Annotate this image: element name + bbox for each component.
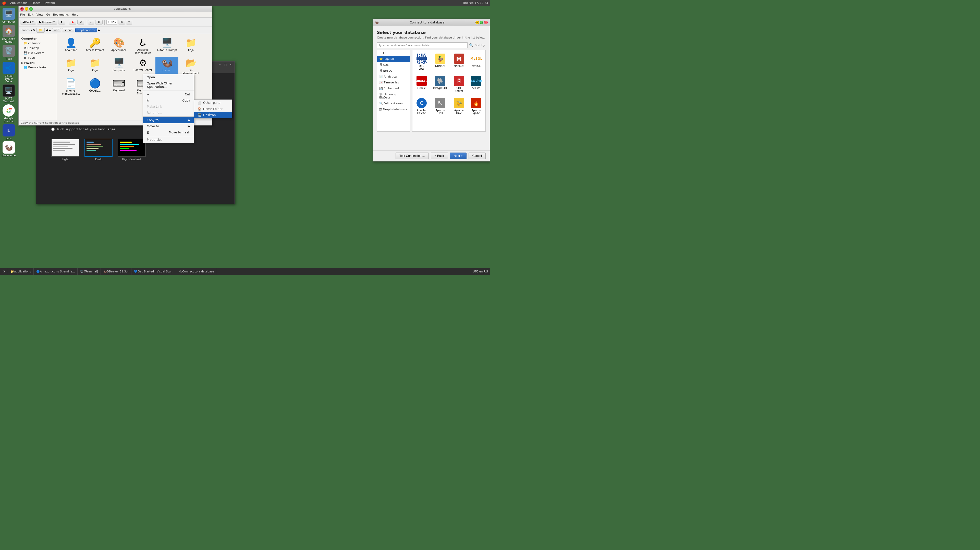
menu-go[interactable]: Go [46, 13, 50, 16]
computer-button[interactable]: 🖥 [95, 20, 103, 24]
forward-button[interactable]: ▶ Forward ▾ [37, 20, 57, 24]
file-caja2[interactable]: 📁 Caja [59, 57, 83, 76]
sidebar-item-terminal[interactable]: 🖥️ MATE Terminal [2, 84, 16, 103]
file-controlcenter[interactable]: ⚙️ Control Center [131, 57, 154, 76]
menu-view[interactable]: View [37, 13, 43, 16]
submenu-homefolder[interactable]: 🏠 Home Folder [194, 106, 232, 112]
back-button[interactable]: ◀ Back ▾ [20, 20, 36, 24]
file-appearance[interactable]: 🎨 Appearance [107, 37, 130, 56]
sidebar-item-chrome[interactable]: Google Chrome [2, 104, 16, 123]
db-mysql[interactable]: MySQL MySQL [469, 52, 484, 72]
file-google[interactable]: 🔵 Google... [83, 77, 107, 97]
submenu-otherpane[interactable]: ⬜ Other pane [194, 100, 232, 106]
filemanager-min-btn[interactable]: − [25, 7, 28, 11]
new-folder-btn[interactable]: 📁 [37, 28, 45, 33]
sidebar-item-dbeaver[interactable]: 🦦 dbeaver.ce [2, 141, 16, 157]
up-button[interactable]: ⬆ [58, 20, 65, 24]
db-ignite[interactable]: 🔥 Apache Ignite [469, 96, 484, 116]
db-hive[interactable]: 🐝 Apache Hive [452, 96, 467, 116]
file-caja3[interactable]: 📁 Caja [83, 57, 107, 76]
dbeaver-dialog-close[interactable]: ✕ [484, 21, 488, 24]
file-aboutme[interactable]: 👤 About Me [59, 37, 83, 56]
places-dropdown[interactable]: ▾ [30, 29, 32, 32]
ctx-copyto[interactable]: Copy to▶ [143, 117, 194, 123]
cat-popular[interactable]: ⭐ Popular [377, 56, 410, 62]
file-dbeaver[interactable]: 🦦 dbeav... [156, 57, 178, 76]
db-db2[interactable]: IBMDB2 DB2 LUW [414, 52, 429, 72]
sidebar-trash[interactable]: 🗑 Trash [19, 56, 57, 60]
vscode-winbtn2[interactable]: □ [223, 63, 228, 66]
vscode-winbtn1[interactable]: − [218, 63, 222, 66]
ctx-open[interactable]: Open [143, 74, 194, 80]
cat-timeseries[interactable]: 📈 Timeseries [377, 79, 410, 86]
menu-edit[interactable]: Edit [28, 13, 33, 16]
path-close[interactable]: ✕ [33, 29, 35, 32]
sidebar-item-vscode[interactable]: Visual Studio Code [2, 62, 16, 83]
ctx-openwith[interactable]: Open With Other Application... [143, 80, 194, 90]
cat-hadoop[interactable]: 🐘 Hadoop / BigData [377, 91, 410, 100]
sidebar-filesystem[interactable]: 💾 File System [19, 51, 57, 56]
ctx-moveto[interactable]: Move to▶ [143, 123, 194, 129]
test-connection-btn[interactable]: Test Connection ... [396, 153, 428, 159]
theme-dark[interactable]: Dark [84, 139, 113, 161]
dbeaver-dialog-max[interactable]: □ [480, 21, 484, 24]
db-sqlite[interactable]: SQLite SQLite [469, 74, 484, 94]
path-usr[interactable]: usr [52, 28, 61, 32]
sidebar-item-trash[interactable]: 🗑️ Trash [2, 45, 16, 60]
db-drill[interactable]: ⛏ Apache Drill [431, 96, 449, 116]
file-assistive[interactable]: ♿ Assistive Technologies [131, 37, 154, 56]
menu-help[interactable]: Help [72, 13, 78, 16]
ctx-cut[interactable]: ✂Cut [143, 91, 194, 97]
vscode-winbtn3[interactable]: ✕ [229, 63, 233, 66]
file-filemanagement[interactable]: 📂 File Management [180, 57, 202, 76]
cat-fulltext[interactable]: 🔍 Full-text search [377, 100, 410, 107]
path-share[interactable]: share [62, 28, 75, 32]
filemanager-close-btn[interactable]: ✕ [20, 7, 24, 11]
taskbar-chrome[interactable]: 🔵 Amazon.com: Spend le... [34, 268, 78, 275]
db-duckdb[interactable]: 🦆 DuckDB [431, 52, 449, 72]
option-languages-radio[interactable] [51, 127, 55, 131]
theme-hc[interactable]: High Contrast [118, 139, 146, 161]
file-keyboard[interactable]: ⌨️ Keyboard [107, 77, 130, 97]
taskbar-filemanager[interactable]: 📁 applications [8, 268, 34, 275]
ctx-copy[interactable]: ⎘Copy [143, 97, 194, 103]
file-caja1[interactable]: 📁 Caja [180, 37, 202, 56]
db-mariadb[interactable]: M MariaDB [452, 52, 467, 72]
path-prev[interactable]: ◀ [46, 29, 48, 32]
sidebar-item-home[interactable]: 🏠 ec2-user's Home [2, 25, 16, 43]
dbeaver-search-input[interactable] [377, 42, 468, 48]
taskbar-dbeaver[interactable]: 🦦 DBeaver 21.3.4 [101, 268, 132, 275]
db-oracle[interactable]: ORACLE Oracle [414, 74, 429, 94]
path-applications[interactable]: applications [75, 28, 97, 32]
file-autorun[interactable]: 🖥️ Autorun Prompt [156, 37, 178, 56]
cat-graph[interactable]: 🕸 Graph databases [377, 107, 410, 112]
sidebar-item-lens[interactable]: L Lens [2, 124, 16, 140]
db-sqlserver[interactable]: 🗄 SQL Server [452, 74, 467, 94]
cat-analytical[interactable]: 📊 Analytical [377, 74, 410, 79]
filemanager-max-btn[interactable]: + [29, 7, 33, 11]
cat-all[interactable]: ☰ All [377, 50, 410, 56]
next-btn[interactable]: Next > [450, 153, 466, 159]
menu-bookmarks[interactable]: Bookmarks [53, 13, 68, 16]
layout-toggle[interactable]: ▾ [126, 20, 132, 24]
theme-light[interactable]: Light [51, 139, 80, 161]
topbar-system[interactable]: System [42, 1, 57, 5]
home-dir-button[interactable]: ⌂ [88, 20, 94, 24]
file-gnome-mimeapps[interactable]: 📄 gnome-mimeapps.list [59, 77, 83, 97]
taskbar-apps-icon[interactable]: ⚙ [0, 268, 8, 275]
db-postgresql[interactable]: 🐘 PostgreSQL [431, 74, 449, 94]
file-computer[interactable]: 🖥️ Computer [107, 57, 130, 76]
submenu-desktop[interactable]: 🖥️ Desktop [194, 112, 232, 118]
sidebar-desktop[interactable]: 🖥 Desktop [19, 46, 57, 51]
cancel-btn[interactable]: Cancel [469, 153, 486, 159]
reload-button[interactable]: ↺ [77, 20, 84, 24]
taskbar-terminal[interactable]: 🖥️ [Terminal] [78, 268, 100, 275]
dbeaver-dialog-min[interactable]: − [476, 21, 479, 24]
cat-sql[interactable]: 🗄 SQL [377, 62, 410, 68]
sidebar-browse-network[interactable]: 🌐 Browse Netw... [19, 65, 57, 70]
taskbar-vscode[interactable]: 💙 Get Started - Visual Stu... [131, 268, 176, 275]
path-next[interactable]: ▶ [49, 29, 51, 32]
taskbar-dbeaver-dialog[interactable]: 🔌 Connect to a database [176, 268, 217, 275]
menu-file[interactable]: File [20, 13, 25, 16]
cat-embedded[interactable]: 💾 Embedded [377, 86, 410, 91]
